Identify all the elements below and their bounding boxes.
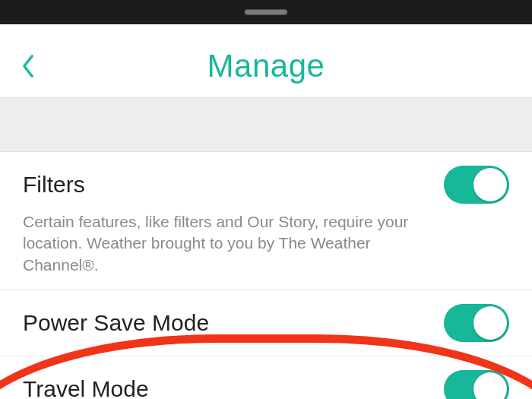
section-spacer — [0, 97, 532, 152]
statusbar — [0, 24, 532, 35]
toggle-knob-icon — [473, 372, 507, 399]
chevron-left-icon — [21, 53, 36, 79]
back-button[interactable] — [0, 35, 53, 97]
row-filters-desc: Certain features, like filters and Our S… — [23, 211, 448, 276]
speaker-nub — [245, 10, 287, 15]
row-filters: Filters Certain features, like filters a… — [0, 152, 532, 290]
row-travel-mode-title: Travel Mode — [23, 376, 149, 399]
toggle-knob-icon — [473, 168, 507, 201]
row-filters-title: Filters — [23, 172, 85, 198]
toggle-filters[interactable] — [444, 166, 509, 204]
toggle-knob-icon — [473, 306, 507, 340]
toggle-power-save[interactable] — [444, 304, 509, 342]
device-chrome-bar — [0, 0, 532, 24]
row-power-save-title: Power Save Mode — [23, 310, 209, 336]
row-power-save: Power Save Mode — [0, 290, 532, 356]
nav-bar: Manage — [0, 35, 532, 97]
toggle-travel-mode[interactable] — [444, 370, 509, 399]
settings-list: Filters Certain features, like filters a… — [0, 152, 532, 399]
page-title: Manage — [0, 48, 532, 84]
row-travel-mode: Travel Mode — [0, 356, 532, 399]
